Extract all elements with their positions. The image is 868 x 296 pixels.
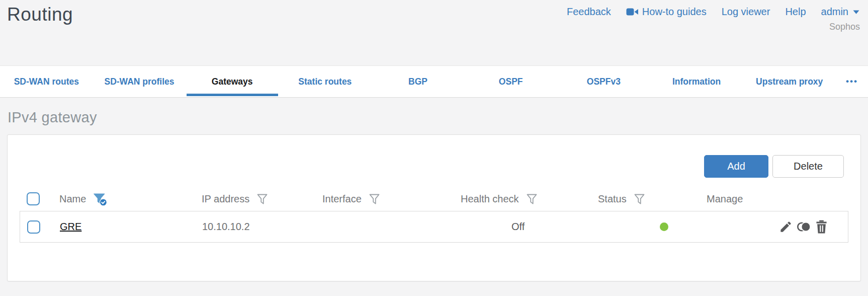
column-header-health-check: Health check — [461, 193, 519, 205]
tab-information[interactable]: Information — [650, 66, 743, 97]
routing-tabbar: SD-WAN routes SD-WAN profiles Gateways S… — [0, 65, 868, 98]
column-header-manage: Manage — [707, 193, 743, 205]
edit-icon[interactable] — [779, 220, 793, 234]
tab-gateways[interactable]: Gateways — [186, 66, 279, 97]
caret-down-icon — [852, 10, 860, 15]
ipv4-gateway-panel: Add Delete Name — [7, 134, 861, 281]
nav-feedback[interactable]: Feedback — [567, 6, 611, 18]
top-header: Routing Feedback How-to guides Log viewe… — [0, 0, 868, 65]
column-header-name: Name — [59, 193, 86, 205]
gateway-name-link[interactable]: GRE — [60, 221, 81, 233]
filter-icon[interactable] — [525, 192, 539, 206]
manage-actions — [779, 220, 828, 234]
table-header-row: Name IP address — [20, 187, 848, 211]
tab-ospfv3[interactable]: OSPFv3 — [557, 66, 650, 97]
gateway-table: Name IP address — [20, 187, 848, 243]
column-header-status: Status — [598, 193, 627, 205]
nav-admin-menu[interactable]: admin — [821, 6, 860, 18]
tab-sd-wan-profiles[interactable]: SD-WAN profiles — [93, 66, 186, 97]
status-dot — [660, 223, 668, 231]
nav-help[interactable]: Help — [785, 6, 806, 18]
select-all-checkbox[interactable] — [27, 192, 40, 205]
nav-how-to-guides-label: How-to guides — [642, 6, 707, 18]
nav-log-viewer[interactable]: Log viewer — [722, 6, 770, 18]
main-content: IPv4 gateway Add Delete Name — [0, 109, 868, 281]
tab-sd-wan-routes[interactable]: SD-WAN routes — [0, 66, 93, 97]
tab-upstream-proxy[interactable]: Upstream proxy — [743, 66, 836, 97]
brand-label: Sophos — [567, 22, 860, 32]
column-header-interface: Interface — [322, 193, 362, 205]
column-header-ip-address: IP address — [202, 193, 249, 205]
tab-bgp[interactable]: BGP — [372, 66, 465, 97]
tab-ospf[interactable]: OSPF — [464, 66, 557, 97]
filter-icon[interactable] — [633, 192, 646, 206]
table-row: GRE 10.10.10.2 Off — [20, 211, 848, 243]
row-checkbox[interactable] — [27, 220, 40, 234]
filter-active-icon[interactable] — [92, 192, 108, 206]
clone-icon[interactable] — [796, 220, 812, 234]
page-title: Routing — [7, 4, 73, 25]
tab-static-routes[interactable]: Static routes — [279, 66, 372, 97]
table-actions: Add Delete — [8, 155, 860, 178]
video-camera-icon — [626, 8, 638, 16]
nav-how-to-guides[interactable]: How-to guides — [626, 6, 707, 18]
section-title: IPv4 gateway — [8, 109, 861, 126]
add-button[interactable]: Add — [704, 155, 768, 178]
gateway-health-check: Off — [511, 221, 525, 233]
filter-icon[interactable] — [368, 192, 381, 206]
tabs-more-button[interactable]: ••• — [836, 66, 868, 97]
delete-icon[interactable] — [815, 220, 828, 234]
filter-icon[interactable] — [255, 192, 269, 206]
nav-admin-label: admin — [821, 6, 848, 18]
gateway-ip-address: 10.10.10.2 — [202, 221, 250, 233]
delete-button[interactable]: Delete — [772, 155, 844, 178]
